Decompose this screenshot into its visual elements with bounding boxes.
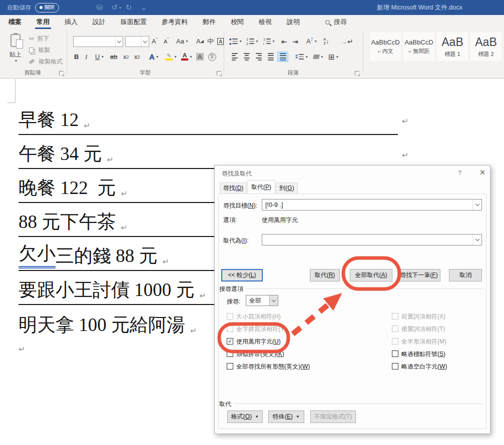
phonetic-guide-button[interactable]: 中⁚ (207, 36, 215, 46)
tab-help[interactable]: 說明 (279, 15, 307, 29)
paragraph-mark: ↵ (402, 149, 408, 162)
cancel-button[interactable]: 取消 (449, 269, 482, 282)
checkbox-label[interactable]: 類似拼音(英文)(K) (236, 350, 284, 358)
shading-bucket-button[interactable]: ▼ (313, 52, 324, 62)
style-card-heading2[interactable]: AaB 標題 2 (470, 32, 501, 61)
dropdown-arrow-icon[interactable] (472, 200, 481, 210)
checkbox-label: 後置詞須相符(T) (401, 325, 445, 334)
show-paragraph-marks-button[interactable]: →↵ (340, 36, 353, 46)
tab-layout[interactable]: 版面配置 (113, 15, 154, 29)
underline-button[interactable]: U▼ (95, 52, 104, 62)
superscript-button[interactable]: x2 (134, 52, 140, 62)
text-effects-button[interactable]: A▼ (149, 52, 159, 62)
replace-button[interactable]: 取代(R) (310, 269, 340, 282)
font-color-button[interactable]: A▼ (181, 52, 193, 62)
italic-button[interactable]: I (85, 52, 87, 62)
checkbox-use-wildcards[interactable]: ✓ (227, 338, 233, 344)
checkbox-label: 前置詞須相符(X) (401, 312, 445, 321)
checkbox-ignore-whitespace[interactable] (392, 363, 398, 370)
tab-insert[interactable]: 插入 (57, 15, 85, 29)
replace-with-label: 取代為(I): (223, 236, 249, 245)
change-case-button[interactable]: Aa▼ (176, 36, 189, 46)
enclose-characters-button[interactable]: 字 (208, 52, 216, 62)
asian-layout-button[interactable]: A⤴▼ (306, 36, 317, 46)
strikethrough-button[interactable]: ab (110, 52, 117, 62)
less-button[interactable]: << 較少(L) (221, 269, 263, 282)
clipboard-icon (11, 34, 21, 47)
cut-button[interactable]: ✂剪下 (29, 34, 49, 43)
highlight-color-button[interactable]: ✎▼ (165, 52, 177, 62)
align-right-button[interactable] (253, 52, 264, 62)
distribute-button[interactable] (277, 52, 288, 62)
format-painter-button[interactable]: 複製格式 (29, 57, 63, 66)
find-next-button[interactable]: 尋找下一筆(F) (397, 269, 440, 282)
tab-find[interactable]: 尋找(D) (220, 182, 247, 194)
find-what-combobox[interactable]: [!0-9 .] (262, 199, 482, 210)
checkbox-label[interactable]: 略過標點符號(S) (401, 350, 445, 358)
replace-section-label: 取代 (219, 400, 233, 408)
bold-button[interactable]: B (74, 52, 79, 62)
grow-font-button[interactable]: Aˆ (152, 36, 158, 46)
search-options-separator (220, 288, 484, 289)
tab-design[interactable]: 設計 (85, 15, 113, 29)
font-dialog-launcher-icon[interactable] (217, 71, 221, 76)
line-spacing-button[interactable]: ⇕▼ (294, 52, 308, 62)
font-size-combobox[interactable] (125, 36, 149, 47)
search-direction-label: 搜尋: (227, 298, 240, 306)
checkbox-label[interactable]: 全部尋找所有形態(英文)(W) (236, 362, 310, 371)
sort-button[interactable]: AZ↓ (323, 36, 329, 46)
multilevel-list-button[interactable]: 1ⅰ▼ (263, 36, 275, 46)
line-break-mark: ↵ (84, 120, 90, 132)
line-break-mark: ↵ (121, 188, 127, 200)
tab-goto[interactable]: 到(G) (276, 182, 298, 194)
shrink-font-button[interactable]: Aˇ (164, 36, 169, 46)
align-center-button[interactable] (241, 52, 252, 62)
replace-with-combobox[interactable] (262, 234, 482, 246)
search-direction-dropdown[interactable]: 全部 (246, 295, 278, 306)
search-box[interactable]: 搜尋 (325, 18, 347, 26)
style-card-heading1[interactable]: AaB 標題 1 (437, 32, 468, 61)
checkbox-sounds-like[interactable] (227, 350, 233, 357)
save-icon[interactable]: ⛁ (92, 3, 107, 12)
justify-button[interactable] (265, 52, 276, 62)
font-name-combobox[interactable] (73, 36, 123, 47)
close-icon[interactable]: ✕ (477, 168, 488, 177)
special-button[interactable]: 特殊(E)▼ (268, 410, 304, 423)
decrease-indent-button[interactable]: ⇤ (281, 36, 287, 46)
clear-formatting-button[interactable]: A◢ (196, 36, 204, 46)
bullets-button[interactable]: ■■▼ (229, 36, 242, 46)
toggle-dot-icon (40, 6, 43, 9)
format-button[interactable]: 格式(O)▼ (227, 410, 263, 423)
tab-references[interactable]: 參考資料 (154, 15, 195, 29)
tab-review[interactable]: 校閱 (223, 15, 251, 29)
tab-home[interactable]: 常用 (29, 15, 57, 29)
tab-mailings[interactable]: 郵件 (195, 15, 223, 29)
checkbox-ignore-punctuation[interactable] (392, 350, 398, 357)
clipboard-dialog-launcher-icon[interactable] (59, 71, 64, 76)
align-left-button[interactable] (229, 52, 240, 62)
style-card-no-spacing[interactable]: AaBbCcD ↵無間距 (403, 32, 434, 61)
character-border-button[interactable]: A (217, 36, 224, 46)
copy-button[interactable]: 複製 (29, 46, 50, 54)
tab-file[interactable]: 檔案 (1, 15, 29, 29)
dropdown-arrow-icon[interactable] (472, 234, 481, 245)
subscript-button[interactable]: x2 (123, 52, 129, 62)
increase-indent-button[interactable]: ⇥ (292, 36, 298, 46)
replace-all-button[interactable]: 全部取代(A) (350, 269, 392, 282)
customize-quick-access-icon[interactable]: ⌄ (136, 3, 151, 12)
checkbox-label[interactable]: 略過空白字元(W) (401, 362, 447, 371)
autosave-toggle[interactable]: 關閉 (35, 3, 59, 12)
checkbox-find-all-word-forms[interactable] (227, 363, 233, 370)
paragraph-dialog-launcher-icon[interactable] (355, 71, 359, 76)
margin-corner-mark (7, 102, 16, 103)
tab-view[interactable]: 檢視 (251, 15, 279, 29)
style-card-normal[interactable]: AaBbCcD ↵內文 (370, 32, 401, 61)
paste-button[interactable]: 貼上 ▼ (4, 32, 27, 70)
borders-button[interactable]: ⊞▼ (328, 52, 339, 62)
redo-icon[interactable]: ↻ (121, 3, 136, 12)
numbering-button[interactable]: 12▼ (246, 36, 259, 46)
checkbox-label[interactable]: 使用萬用字元(U) (236, 338, 281, 346)
help-icon[interactable]: ? (458, 169, 461, 176)
character-shading-button[interactable]: A (196, 52, 204, 62)
tab-replace[interactable]: 取代(P) (247, 180, 275, 194)
